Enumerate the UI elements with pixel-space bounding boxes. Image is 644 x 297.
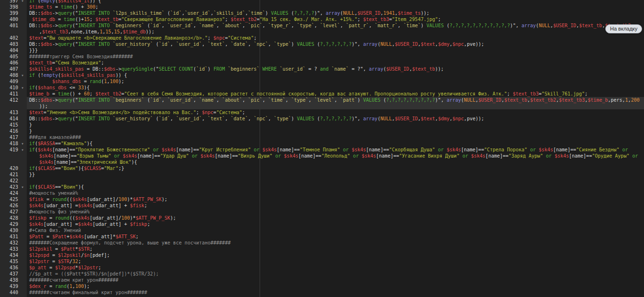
line-number[interactable]: 409 [0, 78, 27, 85]
code-line[interactable]: 399DB::$dbs->query("INSERT INTO `l2ps_sk… [0, 10, 644, 16]
fold-marker-icon[interactable]: ▼ [18, 140, 27, 147]
code-line[interactable]: 410▼if($shans_dbs <= 33){ [0, 85, 644, 91]
code-text[interactable]: DB::$dbs->query("INSERT INTO `l2ps_skill… [27, 10, 644, 16]
fold-marker-icon[interactable]: ▼ [18, 72, 27, 78]
line-number[interactable] [0, 29, 27, 35]
code-line-wrap[interactable]: $sk4s[name]=="Взрыв Тьмы" or $sk4s[name]… [0, 153, 644, 159]
code-text[interactable]: $text_tb="Семя Возмездия"; [27, 60, 644, 66]
code-line[interactable]: 412DB::$dbs->query("INSERT INTO `beginne… [0, 97, 644, 103]
code-line[interactable]: 416} [0, 128, 644, 134]
code-text[interactable]: $sk4s[name]=="Электрический Шок"){ [27, 159, 644, 165]
code-line[interactable]: 401DB::$dbs->query("INSERT INTO `beginne… [0, 22, 644, 29]
code-text[interactable]: if (empty($skills4_it)) { [27, 0, 644, 4]
code-line[interactable]: 427#мощность физ умений% [0, 209, 644, 215]
line-number[interactable]: 421 [0, 171, 27, 178]
code-line[interactable]: 433$l2pskil = $Patt*$STR; [0, 246, 644, 252]
line-number[interactable]: 398 [0, 4, 27, 10]
code-text[interactable]: ###для камаэлей### [27, 134, 644, 140]
code-line-wrap[interactable]: $sk4s[name]=="Электрический Шок"){ [0, 159, 644, 165]
code-line[interactable]: 409 $shans_dbs = rand(1,100); [0, 78, 644, 85]
line-number[interactable]: 422 [0, 178, 27, 184]
line-number[interactable] [0, 159, 27, 165]
code-text[interactable]: $p_att = $l2pspd*$l2pstr; [27, 265, 644, 271]
code-line[interactable]: 414DB::$dbs->query("INSERT INTO `user_hi… [0, 116, 644, 122]
code-text[interactable]: } [27, 128, 644, 134]
line-number[interactable] [0, 153, 27, 159]
line-number[interactable]: 424 [0, 190, 27, 196]
code-text[interactable]: DB::$dbs->query("INSERT INTO `beginners`… [27, 97, 644, 103]
line-number[interactable]: 426 [0, 202, 27, 209]
code-line[interactable]: 406$text_tb="Семя Возмездия"; [0, 60, 644, 66]
code-line[interactable]: 402$text="Вы ощущаете <b>Сверкающее Благ… [0, 35, 644, 41]
line-number[interactable] [0, 103, 27, 109]
code-line-wrap[interactable]: ,$text_tb3,none,item,1,15,15,$time_db)); [0, 29, 644, 35]
fold-marker-icon[interactable]: ▼ [18, 85, 27, 91]
line-number[interactable]: 397▼ [0, 0, 27, 4]
line-number[interactable]: 413 [0, 109, 27, 116]
code-text[interactable]: #######считаем финальный крит урон######… [27, 289, 644, 296]
code-text[interactable]: //$p_att = (($Patt*$STR)/$n[pdef])*($STR… [27, 271, 644, 277]
code-line[interactable]: 423▼if($CLASS=="Воин"){ [0, 184, 644, 190]
code-line[interactable]: 403DB::$dbs->query("INSERT INTO `user_hi… [0, 41, 644, 47]
code-area[interactable]: 397▼if (empty($skills4_it)) {398$time_ts… [0, 0, 644, 296]
line-number[interactable]: 427 [0, 209, 27, 215]
code-line[interactable]: 436$p_att = $l2pspd*$l2pstr; [0, 265, 644, 271]
code-text[interactable]: if($CLASS=="Воин"){$CLASS="Маг";} [27, 165, 644, 171]
line-number[interactable]: 411 [0, 91, 27, 97]
line-number[interactable]: 404 [0, 47, 27, 53]
line-number[interactable]: 417 [0, 134, 27, 140]
line-number[interactable]: 438 [0, 277, 27, 283]
code-text[interactable]: $fisk = round(($sk4s[udar_att]/100)*$ATT… [27, 196, 644, 202]
code-line[interactable]: 425$fisk = round(($sk4s[udar_att]/100)*$… [0, 196, 644, 202]
code-line[interactable]: 415} [0, 122, 644, 128]
code-text[interactable]: $shans_dbs = rand(1,100); [27, 78, 644, 85]
code-text[interactable]: if($sk4s[name]=="Проклятие Божественност… [27, 147, 644, 153]
code-line[interactable]: 413$text="Умение <b>Семя Возмездия</b> п… [0, 109, 644, 116]
line-number[interactable]: 412 [0, 97, 27, 103]
code-line[interactable]: 419▼if($sk4s[name]=="Проклятие Божествен… [0, 147, 644, 153]
line-number[interactable]: 435 [0, 258, 27, 265]
line-number[interactable]: 403 [0, 41, 27, 47]
line-number[interactable]: 437 [0, 271, 27, 277]
code-text[interactable]: } [27, 122, 644, 128]
line-number[interactable]: 400 [0, 16, 27, 22]
code-text[interactable]: )); [27, 103, 644, 109]
code-text[interactable]: $time_ts = time() + 300; [27, 4, 644, 10]
code-text[interactable]: $l2pstr = $STR/32; [27, 258, 644, 265]
code-line[interactable]: 398$time_ts = time() + 300; [0, 4, 644, 10]
code-text[interactable]: $dex_r = rand(1,100); [27, 283, 644, 289]
code-text[interactable]: DB::$dbs->query("INSERT INTO `beginners`… [27, 22, 644, 29]
line-number[interactable]: 433 [0, 246, 27, 252]
code-text[interactable]: $sk4s[name]=="Взрыв Тьмы" or $sk4s[name]… [27, 153, 644, 159]
code-line[interactable]: 397▼if (empty($skills4_it)) { [0, 0, 644, 4]
code-text[interactable]: }}} [27, 47, 644, 53]
code-line[interactable]: 426$sk4s[udar_att] =$sk4s[udar_att] + $f… [0, 202, 644, 209]
code-text[interactable]: #######Сокращение формул, подсчет урона,… [27, 240, 644, 246]
code-text[interactable]: $sk4s[udar_att] =$sk4s[udar_att] + $fisk… [27, 221, 644, 227]
code-text[interactable]: $fiskp = round(($sk4s[udar_att]/100)*$AT… [27, 215, 644, 221]
line-number[interactable]: 419▼ [0, 147, 27, 153]
code-text[interactable]: if (!empty($skills4_skills_pas)) { [27, 72, 644, 78]
code-text[interactable]: $text="Вы ощущаете <b>Сверкающее Благосл… [27, 35, 644, 41]
line-number[interactable]: 414 [0, 116, 27, 122]
code-text[interactable]: $l2pskil = $Patt*$STR; [27, 246, 644, 252]
code-line[interactable]: 418▼if($RASSA=="Камаэль"){ [0, 140, 644, 147]
code-line[interactable]: 424#мощность умений% [0, 190, 644, 196]
code-text[interactable]: $time_db = time()+15; $text_tb="Сверкающ… [27, 16, 644, 22]
code-line-wrap[interactable]: )); [0, 103, 644, 109]
line-number[interactable]: 407 [0, 66, 27, 72]
line-number[interactable]: 429 [0, 221, 27, 227]
line-number[interactable]: 440 [0, 289, 27, 296]
code-line[interactable]: 400 $time_db = time()+15; $text_tb="Свер… [0, 16, 644, 22]
code-text[interactable]: $sk4s[udar_att] =$sk4s[udar_att] + $fisk… [27, 202, 644, 209]
line-number[interactable]: 402 [0, 35, 27, 41]
line-number[interactable]: 416 [0, 128, 27, 134]
code-text[interactable]: #мощность физ умений% [27, 209, 644, 215]
code-text[interactable] [27, 178, 644, 184]
line-number[interactable]: 410▼ [0, 85, 27, 91]
line-number[interactable]: 423▼ [0, 184, 27, 190]
line-number[interactable]: 405 [0, 53, 27, 60]
code-text[interactable]: $skills4_skills_pas = DB::$dbs->querySin… [27, 66, 644, 72]
code-text[interactable]: #мощность умений% [27, 190, 644, 196]
code-line[interactable]: 432#######Сокращение формул, подсчет уро… [0, 240, 644, 246]
